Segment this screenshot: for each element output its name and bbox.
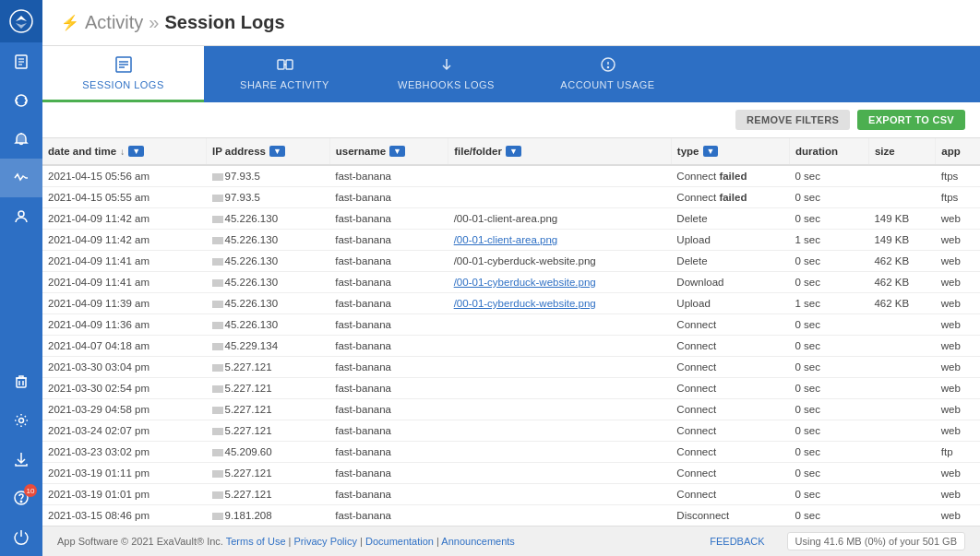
table-cell (868, 357, 935, 378)
table-cell: 45.226.130 (207, 272, 330, 293)
table-cell: web (936, 378, 980, 399)
files-icon[interactable] (0, 42, 42, 81)
activity-icon[interactable] (0, 159, 42, 197)
table-cell: 462 KB (868, 272, 935, 293)
table-cell: web (936, 251, 980, 272)
table-cell: fast-banana (329, 336, 448, 357)
table-cell: 149 KB (868, 230, 935, 251)
col-type[interactable]: type ▼ (671, 138, 789, 165)
logo[interactable] (0, 0, 42, 42)
trash-icon[interactable] (0, 362, 42, 401)
filter-type-icon[interactable]: ▼ (703, 146, 719, 157)
power-icon[interactable] (0, 517, 42, 556)
table-cell: fast-banana (329, 230, 448, 251)
table-cell: 2021-04-09 11:42 am (42, 208, 207, 230)
col-username-label: username (336, 146, 386, 157)
table-cell: Connect (671, 336, 789, 357)
table-cell: Upload (671, 293, 789, 314)
users-icon[interactable] (0, 197, 42, 236)
table-cell: 5.227.121 (207, 399, 330, 420)
separator: » (149, 12, 159, 33)
table-cell[interactable]: /00-01-cyberduck-website.png (448, 272, 672, 293)
page-title: ⚡ Activity » Session Logs (61, 12, 285, 33)
filter-file-icon[interactable]: ▼ (506, 146, 521, 157)
col-file-label: file/folder (454, 146, 502, 157)
feedback-button[interactable]: FEEDBACK (710, 536, 764, 547)
table-cell: 0 sec (790, 357, 869, 378)
activity-icon-header: ⚡ (61, 14, 79, 31)
table-row: 2021-04-15 05:55 am97.93.5fast-bananaCon… (42, 187, 980, 208)
table-cell: Upload (671, 230, 789, 251)
terms-link[interactable]: Terms of Use (226, 536, 286, 547)
table-row: 2021-03-19 01:11 pm5.227.121fast-bananaC… (42, 463, 980, 484)
session-logs-title: Session Logs (164, 12, 284, 33)
table-cell: web (936, 293, 980, 314)
table-cell: 2021-04-09 11:41 am (42, 251, 207, 272)
table-row: 2021-04-07 04:18 am45.229.134fast-banana… (42, 336, 980, 357)
filter-ip-icon[interactable]: ▼ (269, 146, 285, 157)
toolbar: REMOVE FILTERS EXPORT TO CSV (42, 102, 980, 138)
table-cell (448, 463, 672, 484)
col-datetime[interactable]: date and time ↓ ▼ (42, 138, 207, 165)
svg-rect-16 (278, 60, 284, 69)
table-cell (868, 420, 935, 442)
table-cell (448, 420, 672, 442)
share-activity-tab-icon (276, 55, 294, 76)
table-cell (448, 442, 672, 463)
table-cell: 45.226.130 (207, 251, 330, 272)
table-cell: fast-banana (329, 272, 448, 293)
tab-share-activity[interactable]: SHARE ACTIVITY (204, 46, 365, 102)
table-cell: 2021-03-15 08:46 pm (42, 505, 207, 526)
table-cell: ftps (936, 165, 980, 187)
flag-icon (212, 173, 223, 181)
table-cell: 2021-04-07 04:18 am (42, 336, 207, 357)
table-row: 2021-04-09 11:41 am45.226.130fast-banana… (42, 251, 980, 272)
announcements-link[interactable]: Announcements (441, 536, 515, 547)
table-row: 2021-04-09 11:42 am45.226.130fast-banana… (42, 230, 980, 251)
col-file[interactable]: file/folder ▼ (448, 138, 672, 165)
col-size-label: size (875, 146, 895, 157)
table-cell[interactable]: /00-01-cyberduck-website.png (448, 293, 672, 314)
download-icon[interactable] (0, 440, 42, 479)
export-csv-button[interactable]: EXPORT TO CSV (857, 110, 965, 130)
help-icon[interactable]: 10 (0, 479, 42, 517)
svg-point-5 (18, 211, 24, 217)
table-cell: Disconnect (671, 505, 789, 526)
table-cell: Delete (671, 208, 789, 230)
table-cell: 0 sec (790, 251, 869, 272)
documentation-link[interactable]: Documentation (365, 536, 434, 547)
share-activity-tab-label: SHARE ACTIVITY (240, 79, 329, 90)
settings-icon[interactable] (0, 401, 42, 440)
table-cell (448, 357, 672, 378)
svg-point-9 (19, 419, 24, 423)
col-ip[interactable]: IP address ▼ (207, 138, 330, 165)
filter-datetime-icon[interactable]: ▼ (128, 146, 144, 157)
col-size: size (868, 138, 935, 165)
sync-icon[interactable] (0, 81, 42, 120)
table-row: 2021-03-30 02:54 pm5.227.121fast-bananaC… (42, 378, 980, 399)
table-cell: 45.226.130 (207, 293, 330, 314)
filter-username-icon[interactable]: ▼ (389, 146, 405, 157)
privacy-link[interactable]: Privacy Policy (294, 536, 357, 547)
tab-session-logs[interactable]: SESSION LOGS (42, 46, 204, 102)
table-row: 2021-03-29 04:58 pm5.227.121fast-bananaC… (42, 399, 980, 420)
table-cell: 0 sec (790, 399, 869, 420)
table-cell: 45.226.130 (207, 208, 330, 230)
table-cell (868, 378, 935, 399)
remove-filters-button[interactable]: REMOVE FILTERS (735, 110, 850, 130)
alerts-icon[interactable] (0, 120, 42, 159)
table-cell (448, 165, 672, 187)
table-cell: Connect (671, 314, 789, 336)
main-content: ⚡ Activity » Session Logs SESSION LOGS S… (42, 0, 980, 556)
table-cell: fast-banana (329, 357, 448, 378)
col-ip-label: IP address (212, 146, 266, 157)
col-type-label: type (677, 146, 699, 157)
table-cell: fast-banana (329, 505, 448, 526)
table-cell[interactable]: /00-01-client-area.png (448, 230, 672, 251)
col-username[interactable]: username ▼ (329, 138, 448, 165)
tab-webhooks-logs[interactable]: WEBHOOKS LOGS (365, 46, 527, 102)
table-cell: web (936, 463, 980, 484)
table-row: 2021-03-23 03:02 pm45.209.60fast-bananaC… (42, 442, 980, 463)
tab-account-usage[interactable]: ACCOUNT USAGE (527, 46, 688, 102)
flag-icon (212, 343, 223, 350)
